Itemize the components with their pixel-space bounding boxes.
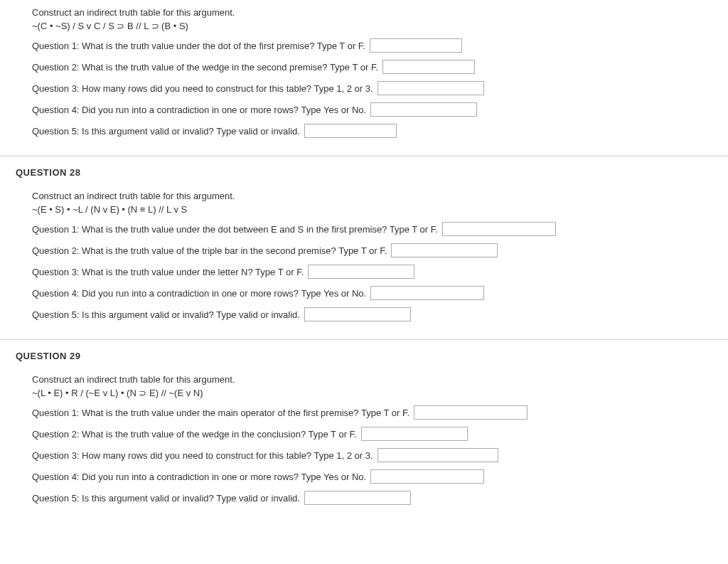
answer-input[interactable] [391, 243, 498, 257]
question-label: Question 1: What is the truth value unde… [32, 224, 438, 235]
question-row: Question 2: What is the truth value of t… [32, 243, 728, 257]
question-label: Question 5: Is this argument valid or in… [32, 126, 300, 137]
question-label: Question 2: What is the truth value of t… [32, 429, 357, 440]
question-row: Question 3: How many rows did you need t… [32, 448, 728, 462]
question-label: Question 4: Did you run into a contradic… [32, 105, 366, 115]
question-section-27: Construct an indirect truth table for th… [0, 0, 728, 156]
question-row: Question 4: Did you run into a contradic… [32, 469, 728, 484]
question-label: Question 3: What is the truth value unde… [32, 267, 304, 277]
question-label: Question 2: What is the truth value of t… [32, 62, 378, 73]
answer-input[interactable] [370, 286, 484, 300]
question-header: QUESTION 29 [0, 340, 728, 367]
question-row: Question 1: What is the truth value unde… [32, 405, 728, 420]
answer-input[interactable] [304, 124, 397, 138]
question-header: QUESTION 28 [0, 156, 728, 183]
instruction-text: Construct an indirect truth table for th… [32, 7, 728, 18]
answer-input[interactable] [304, 307, 411, 321]
answer-input[interactable] [378, 448, 498, 462]
question-row: Question 5: Is this argument valid or in… [32, 491, 728, 505]
answer-input[interactable] [382, 60, 475, 74]
question-label: Question 5: Is this argument valid or in… [32, 309, 300, 320]
question-row: Question 1: What is the truth value unde… [32, 222, 728, 236]
question-section-29: QUESTION 29 Construct an indirect truth … [0, 340, 728, 523]
question-row: Question 3: What is the truth value unde… [32, 265, 728, 279]
section-content: Construct an indirect truth table for th… [0, 367, 728, 505]
answer-input[interactable] [442, 222, 556, 236]
question-label: Question 3: How many rows did you need t… [32, 83, 373, 94]
question-row: Question 4: Did you run into a contradic… [32, 286, 728, 300]
argument-formula: ~(E • S) • ~L / (N v E) • (N ≡ L) // L v… [32, 204, 728, 215]
question-label: Question 4: Did you run into a contradic… [32, 288, 366, 299]
answer-input[interactable] [370, 38, 462, 53]
question-label: Question 1: What is the truth value unde… [32, 41, 365, 51]
question-label: Question 1: What is the truth value unde… [32, 408, 410, 418]
section-content: Construct an indirect truth table for th… [0, 183, 728, 321]
question-row: Question 5: Is this argument valid or in… [32, 124, 728, 138]
question-row: Question 4: Did you run into a contradic… [32, 102, 728, 117]
argument-formula: ~(C • ~S) / S v C / S ⊃ B // L ⊃ (B • S) [32, 21, 728, 31]
question-label: Question 2: What is the truth value of t… [32, 245, 387, 256]
question-label: Question 3: How many rows did you need t… [32, 450, 373, 461]
question-row: Question 2: What is the truth value of t… [32, 60, 728, 74]
answer-input[interactable] [361, 427, 468, 441]
question-row: Question 1: What is the truth value unde… [32, 38, 728, 53]
question-label: Question 5: Is this argument valid or in… [32, 493, 300, 504]
section-content: Construct an indirect truth table for th… [0, 0, 728, 138]
answer-input[interactable] [370, 469, 484, 484]
question-label: Question 4: Did you run into a contradic… [32, 472, 366, 482]
argument-formula: ~(L • E) • R / (~E v L) • (N ⊃ E) // ~(E… [32, 388, 728, 398]
question-row: Question 5: Is this argument valid or in… [32, 307, 728, 321]
answer-input[interactable] [370, 102, 477, 117]
answer-input[interactable] [304, 491, 411, 505]
answer-input[interactable] [414, 405, 528, 420]
instruction-text: Construct an indirect truth table for th… [32, 191, 728, 201]
instruction-text: Construct an indirect truth table for th… [32, 374, 728, 385]
question-row: Question 3: How many rows did you need t… [32, 81, 728, 95]
question-row: Question 2: What is the truth value of t… [32, 427, 728, 441]
question-section-28: QUESTION 28 Construct an indirect truth … [0, 156, 728, 340]
answer-input[interactable] [378, 81, 484, 95]
answer-input[interactable] [308, 265, 414, 279]
